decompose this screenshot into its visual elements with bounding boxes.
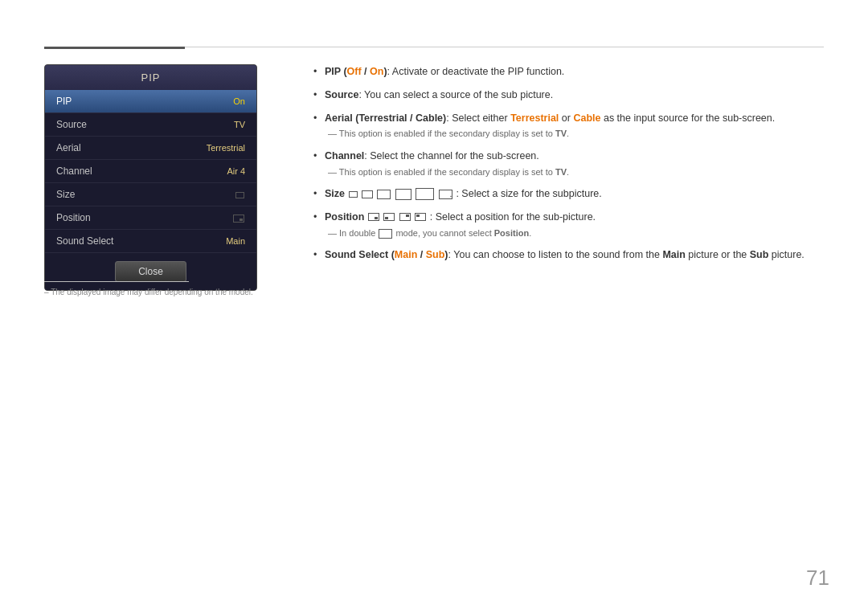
size-icon-sm: [235, 192, 244, 198]
menu-item-size[interactable]: Size: [45, 183, 256, 206]
sound-desc3: picture.: [768, 249, 804, 260]
position-icon: [233, 215, 244, 223]
pip-slash: /: [362, 66, 370, 77]
bullet-pip: PIP (Off / On): Activate or deactivate t…: [313, 64, 824, 80]
aerial-or: or: [559, 112, 573, 124]
aerial-terrestrial: Terrestrial: [510, 112, 559, 124]
right-panel: PIP (Off / On): Activate or deactivate t…: [313, 64, 824, 271]
pos-dot-1: [375, 217, 378, 219]
bullet-aerial: Aerial (Terrestrial / Cable): Select eit…: [313, 111, 824, 141]
pos-dot-3: [406, 215, 409, 217]
pip-label: PIP (: [325, 66, 347, 77]
size-icon-6: ▪: [439, 190, 452, 199]
aerial-label: Aerial (Terrestrial / Cable): [325, 112, 446, 124]
sound-slash: /: [417, 249, 425, 260]
page-number: 71: [806, 566, 829, 591]
bullet-sound-select: Sound Select (Main / Sub): You can choos…: [313, 247, 824, 263]
menu-label-channel: Channel: [56, 166, 92, 177]
footnote-divider: [44, 281, 189, 282]
position-desc: : Select a position for the sub-picture.: [430, 211, 596, 223]
close-button-row: Close: [45, 253, 256, 290]
size-icons: ▪: [348, 188, 457, 199]
pos-icon-3: [399, 213, 411, 221]
pos-icon-4: [415, 213, 426, 221]
menu-item-pip[interactable]: PIP On: [45, 90, 256, 113]
sound-desc2: picture or the: [686, 249, 750, 260]
source-label: Source: [325, 89, 358, 100]
pip-desc: : Activate or deactivate the PIP functio…: [387, 66, 565, 77]
menu-item-aerial[interactable]: Aerial Terrestrial: [45, 137, 256, 160]
size-icon-1: [349, 191, 358, 198]
size-label: Size: [325, 188, 345, 199]
position-subnote: In double mode, you cannot select Positi…: [328, 227, 824, 240]
menu-value-position: [232, 213, 245, 223]
double-icon: [379, 229, 392, 239]
bullet-position: Position : Select a position for the sub…: [313, 210, 824, 239]
sound-select-label: Sound Select (: [325, 249, 395, 260]
menu-value-aerial: Terrestrial: [207, 143, 245, 153]
menu-item-channel[interactable]: Channel Air 4: [45, 160, 256, 183]
pos-dot-4: [416, 215, 420, 217]
pos-dot-2: [385, 217, 388, 219]
close-button[interactable]: Close: [115, 261, 186, 282]
menu-item-position[interactable]: Position: [45, 206, 256, 230]
menu-label-source: Source: [56, 119, 87, 130]
size-icon-4: [395, 189, 411, 200]
tv-menu: PIP PIP On Source TV Aerial Terrestrial …: [44, 64, 257, 291]
sound-main-label: Main: [662, 249, 685, 260]
description-list: PIP (Off / On): Activate or deactivate t…: [313, 64, 824, 263]
menu-value-size: [235, 190, 245, 199]
sound-main: Main: [395, 249, 417, 260]
menu-value-channel: Air 4: [227, 166, 245, 176]
size-desc: : Select a size for the subpicture.: [456, 188, 601, 199]
size-icon-3: [377, 190, 391, 199]
pip-off: Off: [347, 66, 362, 77]
pip-on: On: [370, 66, 383, 77]
position-icons: [367, 211, 430, 223]
chapter-bar: [44, 47, 185, 49]
menu-item-sound-select[interactable]: Sound Select Main: [45, 230, 256, 253]
size-icon-5: [416, 188, 434, 200]
bullet-channel: Channel: Select the channel for the sub-…: [313, 149, 824, 178]
tv-menu-title: PIP: [45, 65, 256, 90]
menu-label-position: Position: [56, 212, 91, 223]
aerial-cable: Cable: [573, 112, 600, 124]
position-label: Position: [325, 211, 364, 223]
source-desc: : You can select a source of the sub pic…: [358, 89, 553, 100]
sound-sub-label: Sub: [750, 249, 769, 260]
menu-value-sound-select: Main: [226, 236, 245, 246]
size-icon-6-mark: ▪: [450, 194, 452, 198]
menu-label-size: Size: [56, 189, 75, 200]
sound-sub: Sub: [426, 249, 445, 260]
menu-value-pip: On: [233, 96, 245, 106]
aerial-subnote: This option is enabled if the secondary …: [328, 127, 824, 141]
menu-label-pip: PIP: [56, 96, 72, 107]
footnote: – The displayed image may differ dependi…: [44, 288, 253, 296]
menu-label-aerial: Aerial: [56, 142, 81, 153]
aerial-desc: : Select either: [446, 112, 510, 124]
pos-icon-1: [368, 213, 379, 221]
channel-subnote: This option is enabled if the secondary …: [328, 166, 824, 179]
sound-desc1: : You can choose to listen to the sound …: [448, 249, 663, 260]
channel-label: Channel: [325, 150, 364, 161]
pos-icon-2: [383, 213, 395, 221]
menu-label-sound-select: Sound Select: [56, 235, 113, 247]
bullet-size: Size ▪ : Select a size for the subpictur…: [313, 186, 824, 202]
size-icon-2: [362, 190, 373, 198]
left-panel: PIP PIP On Source TV Aerial Terrestrial …: [44, 64, 269, 291]
menu-value-source: TV: [234, 120, 245, 129]
channel-desc: : Select the channel for the sub-screen.: [364, 150, 539, 161]
menu-item-source[interactable]: Source TV: [45, 113, 256, 137]
bullet-source: Source: You can select a source of the s…: [313, 88, 824, 103]
aerial-rest: as the input source for the sub-screen.: [600, 112, 775, 124]
